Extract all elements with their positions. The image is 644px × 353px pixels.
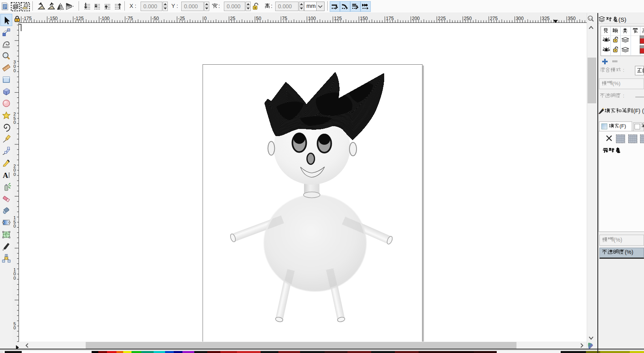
svg-text:-25: -25 bbox=[178, 16, 185, 21]
svg-text:0: 0 bbox=[13, 224, 16, 228]
svg-text:-50: -50 bbox=[152, 16, 159, 21]
svg-text:175: 175 bbox=[386, 16, 394, 21]
svg-text:-150: -150 bbox=[48, 16, 58, 21]
svg-text:(%): (%) bbox=[612, 80, 620, 86]
svg-text:125: 125 bbox=[334, 16, 342, 21]
svg-text:1:1: 1:1 bbox=[589, 17, 593, 20]
svg-text:-100: -100 bbox=[100, 16, 110, 21]
svg-text:-75: -75 bbox=[126, 16, 133, 21]
svg-text:300: 300 bbox=[516, 16, 524, 21]
svg-text:0: 0 bbox=[204, 16, 207, 21]
svg-text::: : bbox=[623, 93, 625, 99]
svg-text:(%): (%) bbox=[614, 237, 622, 243]
svg-text:75: 75 bbox=[282, 16, 287, 21]
svg-text:200: 200 bbox=[412, 16, 420, 21]
svg-text:0: 0 bbox=[13, 68, 16, 73]
svg-text:50: 50 bbox=[256, 16, 261, 21]
svg-text:(F): (F) bbox=[620, 123, 626, 129]
svg-text:0: 0 bbox=[13, 120, 16, 125]
svg-text:225: 225 bbox=[438, 16, 446, 21]
svg-text:(F): (F) bbox=[633, 108, 640, 114]
svg-text:(S): (S) bbox=[618, 16, 626, 23]
svg-text:0: 0 bbox=[13, 276, 16, 280]
svg-text:0: 0 bbox=[13, 325, 16, 330]
svg-text:150: 150 bbox=[360, 16, 368, 21]
svg-text::: : bbox=[623, 67, 625, 73]
svg-text:100: 100 bbox=[308, 16, 316, 21]
svg-text:325: 325 bbox=[542, 16, 550, 21]
svg-text:(%): (%) bbox=[625, 249, 633, 255]
svg-text:250: 250 bbox=[464, 16, 472, 21]
svg-text:-125: -125 bbox=[74, 16, 84, 21]
svg-text:0: 0 bbox=[13, 172, 16, 177]
svg-text:350: 350 bbox=[568, 16, 576, 21]
svg-text:(: ( bbox=[642, 108, 644, 114]
svg-text:275: 275 bbox=[490, 16, 498, 21]
svg-text:25: 25 bbox=[230, 16, 236, 21]
